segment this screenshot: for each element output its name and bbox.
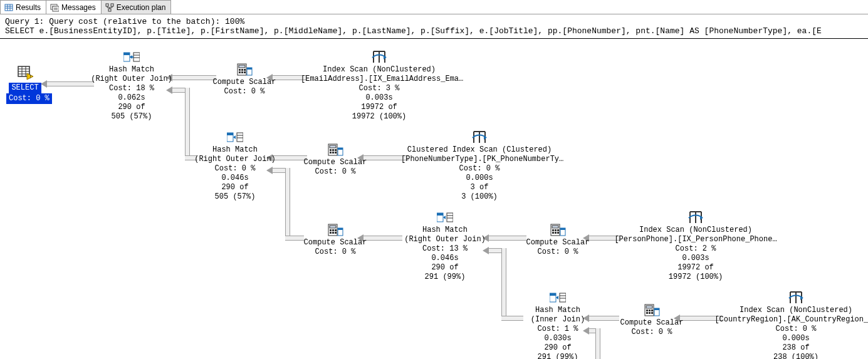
op-hash-match-1[interactable]: Hash Match (Right Outer Join) Cost: 18 %… <box>88 50 175 122</box>
op-compute-scalar-2[interactable]: Compute Scalar Cost: 0 % <box>301 143 370 177</box>
execution-plan-canvas[interactable]: ! SELECT Cost: 0 % Hash Match (Right Out… <box>0 39 868 359</box>
svg-rect-12 <box>111 4 113 6</box>
svg-rect-79 <box>437 213 443 216</box>
svg-rect-60 <box>335 152 337 153</box>
op-time: 0.046s <box>401 254 489 263</box>
op-subtitle: (Right Outer Join) <box>88 75 175 84</box>
op-rows: 290 of <box>191 183 279 192</box>
hash-match-icon <box>191 130 279 144</box>
tab-label: Results <box>16 3 41 12</box>
svg-marker-31 <box>130 55 132 59</box>
op-est: 291 (99%) <box>401 273 489 282</box>
op-cost: Cost: 2 % <box>614 244 777 254</box>
tab-execution-plan[interactable]: Execution plan <box>101 0 172 14</box>
svg-rect-109 <box>651 310 653 311</box>
op-title: Compute Scalar <box>210 78 279 87</box>
index-scan-icon <box>714 291 868 304</box>
tab-results[interactable]: Results <box>0 0 46 14</box>
arrow <box>489 248 501 253</box>
hash-match-icon <box>88 50 175 64</box>
op-cost: Cost: 0 % <box>301 167 370 177</box>
svg-rect-100 <box>550 293 556 296</box>
svg-rect-72 <box>335 229 337 231</box>
op-cost: Cost: 0 % <box>6 93 52 104</box>
op-cost: Cost: 18 % <box>88 84 175 93</box>
grid-icon <box>4 3 13 12</box>
op-title: Index Scan (NonClustered) <box>614 226 777 235</box>
svg-rect-37 <box>239 71 241 73</box>
op-title: Clustered Index Scan (Clustered) <box>401 145 558 155</box>
op-select[interactable]: ! SELECT Cost: 0 % <box>6 64 44 104</box>
op-subtitle: (Right Outer Join) <box>401 235 489 244</box>
op-index-scan-country[interactable]: Index Scan (NonClustered) [CountryRegion… <box>714 291 868 359</box>
index-scan-icon <box>614 211 777 224</box>
compute-scalar-icon <box>210 63 279 76</box>
op-time: 0.030s <box>520 334 595 343</box>
svg-rect-75 <box>335 232 337 234</box>
op-title: Compute Scalar <box>523 238 592 247</box>
hash-match-icon <box>401 211 489 224</box>
op-compute-scalar-4[interactable]: Compute Scalar Cost: 0 % <box>523 223 592 257</box>
op-index-scan-email[interactable]: Index Scan (NonClustered) [EmailAddress]… <box>301 50 458 122</box>
op-cost: Cost: 0 % <box>301 247 370 257</box>
op-title: Index Scan (NonClustered) <box>301 65 458 75</box>
execution-plan-icon <box>105 3 114 12</box>
compute-scalar-icon <box>523 223 592 237</box>
svg-rect-38 <box>241 71 243 73</box>
compute-scalar-icon <box>617 303 686 317</box>
svg-rect-114 <box>654 308 659 310</box>
op-rows: 290 of <box>88 103 175 112</box>
op-rows: 19972 of <box>614 263 777 273</box>
svg-marker-83 <box>443 216 446 219</box>
svg-rect-27 <box>123 53 130 55</box>
svg-rect-87 <box>555 229 557 231</box>
svg-rect-0 <box>5 4 13 11</box>
svg-rect-11 <box>106 4 108 6</box>
op-title: Compute Scalar <box>301 238 370 247</box>
op-object: [PhoneNumberType].[PK_PhoneNumberTy… <box>401 155 558 164</box>
arrow <box>185 88 190 155</box>
op-cost: Cost: 0 % <box>714 325 868 334</box>
svg-rect-34 <box>239 69 241 71</box>
op-title: Index Scan (NonClustered) <box>714 306 868 315</box>
svg-rect-70 <box>330 229 332 231</box>
tab-strip: Results Messages Execution plan <box>0 0 868 14</box>
svg-rect-112 <box>651 312 653 314</box>
svg-rect-13 <box>108 9 111 11</box>
op-hash-match-3[interactable]: Hash Match (Right Outer Join) Cost: 13 %… <box>401 211 489 282</box>
op-clustered-index-scan-pnt[interactable]: Clustered Index Scan (Clustered) [PhoneN… <box>401 130 558 202</box>
svg-text:!: ! <box>29 74 32 80</box>
message-icon <box>50 3 59 12</box>
op-time: 0.062s <box>88 93 175 103</box>
op-est: 238 (100%) <box>714 353 868 359</box>
compute-scalar-icon <box>301 223 370 237</box>
svg-rect-85 <box>552 226 558 228</box>
compute-scalar-icon <box>301 143 370 157</box>
svg-rect-48 <box>227 133 233 135</box>
arrow <box>501 248 506 316</box>
op-time: 0.046s <box>191 174 279 183</box>
op-object: [PersonPhone].[IX_PersonPhone_Phone… <box>614 235 777 244</box>
op-cost: Cost: 1 % <box>520 325 595 334</box>
svg-rect-86 <box>552 229 554 231</box>
svg-rect-28 <box>133 53 140 61</box>
op-rows: 19972 of <box>301 103 458 112</box>
svg-rect-62 <box>338 148 343 150</box>
svg-rect-74 <box>332 232 334 234</box>
svg-rect-59 <box>332 152 334 153</box>
op-compute-scalar-1[interactable]: Compute Scalar Cost: 0 % <box>210 63 279 96</box>
arrow <box>489 236 526 241</box>
svg-rect-108 <box>649 310 651 311</box>
op-compute-scalar-3[interactable]: Compute Scalar Cost: 0 % <box>301 223 370 257</box>
svg-rect-77 <box>338 228 343 230</box>
op-cost: Cost: 0 % <box>401 164 558 174</box>
op-hash-match-4[interactable]: Hash Match (Inner Join) Cost: 1 % 0.030s… <box>520 291 595 359</box>
svg-rect-106 <box>646 306 652 308</box>
tab-messages[interactable]: Messages <box>46 0 102 14</box>
op-hash-match-2[interactable]: Hash Match (Right Outer Join) Cost: 0 % … <box>191 130 279 202</box>
op-rows: 290 of <box>520 343 595 353</box>
op-object: [EmailAddress].[IX_EmailAddress_Ema… <box>301 75 458 84</box>
op-index-scan-phone[interactable]: Index Scan (NonClustered) [PersonPhone].… <box>614 211 777 282</box>
op-compute-scalar-5[interactable]: Compute Scalar Cost: 0 % <box>617 303 686 337</box>
op-cost: Cost: 13 % <box>401 244 489 254</box>
